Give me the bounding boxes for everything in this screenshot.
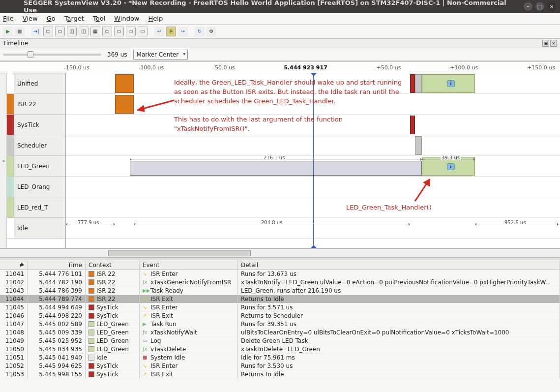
context-swatch-icon [88,330,94,335]
cell-detail: Returns to Scheduler [238,312,560,320]
col-context[interactable]: Context [86,261,140,269]
toolbar-connect-icon[interactable]: ↻ [195,27,205,36]
track-canvas[interactable]: i i 216.1 us 39.3 us 777.9 us 204.8 us 9… [66,73,560,248]
cell-detail: Delete Green LED Task [238,337,560,345]
cell-event: ƒx vTaskDelete [140,345,238,353]
event-row[interactable]: 110425.444 782 190ISR 22ƒx xTaskGenericN… [0,278,560,287]
timeline-h-scrollbar[interactable] [0,248,560,257]
toolbar-back-icon[interactable]: ↩ [154,27,164,36]
cell-time: 5.444 998 220 [28,312,86,320]
event-row[interactable]: 110475.445 002 589LED_Green▶ Task RunRun… [0,320,560,329]
track-label-row[interactable]: SysTick [7,115,65,135]
track-name-label: ISR 22 [14,94,65,114]
context-swatch-icon [88,271,94,277]
track-label-row[interactable]: LED_red_T [7,197,65,218]
col-detail[interactable]: Detail [238,261,560,269]
event-row[interactable]: 110455.444 994 649SysTick↘ ISR EnterRuns… [0,303,560,312]
track-name-label: Idle [14,218,65,238]
cell-event: ƒx xTaskNotifyWait [140,329,238,336]
track-label-row[interactable]: LED_Orang [7,177,65,197]
context-swatch-icon [88,313,94,319]
timeline-panel-header: Timeline ▣ × [0,38,560,48]
event-row[interactable]: 110535.445 998 155SysTick↗ ISR ExitRetur… [0,370,560,379]
menu-window[interactable]: Window [114,15,139,22]
track-label-row[interactable]: Scheduler [7,135,65,156]
track-color-swatch [7,156,14,176]
cell-time: 5.445 041 940 [28,354,86,362]
track-name-label: Scheduler [14,135,65,155]
event-row[interactable]: 110445.444 789 774ISR 22↗ ISR ExitReturn… [0,295,560,303]
cell-event: ↗ ISR Exit [140,312,238,320]
toolbar-view-heap-icon[interactable]: ▭ [114,27,124,36]
toolbar-play-icon[interactable]: ▶ [3,27,13,36]
event-row[interactable]: 110465.444 998 220SysTick↗ ISR ExitRetur… [0,312,560,320]
toolbar-view-runtime-icon[interactable]: ▭ [102,27,112,36]
track-label-row[interactable]: Unified [7,73,65,94]
window-minimize-button[interactable]: – [524,2,532,11]
cell-context: ISR 22 [86,270,140,278]
menu-view[interactable]: View [23,15,38,22]
col-time[interactable]: Time [28,261,86,269]
track-name-label: LED_red_T [14,197,65,217]
event-type-icon: ↗ [143,296,148,302]
marker-mode-select[interactable]: Marker Center [133,50,188,60]
toolbar-view-terminal-icon[interactable]: ▭ [43,27,53,36]
menu-target[interactable]: Target [64,15,84,22]
track-label-row[interactable]: Idle [7,218,65,239]
cell-event: ↘ ISR Enter [140,270,238,278]
toolbar-stop-icon[interactable]: ■ [15,27,25,36]
ruler-tick: -150.0 us [64,64,89,71]
event-row[interactable]: 110525.445 994 625SysTick↘ ISR EnterRuns… [0,362,560,370]
cell-number: 11041 [0,270,28,278]
context-swatch-icon [88,371,94,377]
cell-event: ↘ ISR Enter [140,362,238,370]
cell-number: 11042 [0,278,28,286]
menu-tool[interactable]: Tool [93,15,105,22]
window-titlebar: SEGGER SystemView V3.20 - *New Recording… [0,0,560,13]
cell-detail: Runs for 3.571 us [238,303,560,311]
toolbar-view-sysinfo-icon[interactable]: ▭ [138,27,147,36]
menu-go[interactable]: Go [47,15,56,22]
toolbar-view-log-icon[interactable]: ▭ [126,27,136,36]
toolbar-target-icon[interactable]: ⎘ [166,27,176,36]
annotation-arrow-icon [410,172,440,206]
cell-time: 5.444 782 190 [28,278,86,286]
menu-help[interactable]: Help [148,15,163,22]
window-close-button[interactable]: × [547,2,556,11]
cell-number: 11049 [0,337,28,345]
toolbar-view-timeline-icon[interactable]: ◫ [67,27,77,36]
toolbar-goto-icon[interactable]: ➔| [31,27,41,36]
event-type-icon: ↗ [143,313,148,319]
toolbar-forward-icon[interactable]: ↪ [178,27,188,36]
zoom-slider[interactable] [3,54,101,56]
toolbar-settings-icon[interactable]: ⚙ [206,27,216,36]
event-row[interactable]: 110505.445 034 935LED_Greenƒx vTaskDelet… [0,345,560,354]
col-event[interactable]: Event [140,261,238,269]
menu-file[interactable]: File [3,15,14,22]
event-row[interactable]: 110435.444 786 399ISR 22▶▶ Task ReadyLED… [0,287,560,295]
time-ruler[interactable]: -150.0 us -100.0 us -50.0 us 5.444 923 9… [0,61,560,73]
cell-context: LED_Green [86,345,140,353]
event-type-icon: ↗ [143,371,148,377]
cell-context: ISR 22 [86,278,140,286]
panel-undock-icon[interactable]: ▣ [542,40,549,47]
context-swatch-icon [88,296,94,302]
event-row[interactable]: 110515.445 041 940Idle■ System IdleIdle … [0,354,560,362]
toolbar-view-cpu-icon[interactable]: ◫ [79,27,88,36]
timeline-panel-title: Timeline [3,40,28,47]
toolbar-view-contexts-icon[interactable]: ▦ [90,27,100,36]
track-label-row[interactable]: LED_Green [7,156,65,177]
ruler-center: 5.444 923 917 [284,64,327,71]
tracks-scroll-left[interactable]: ◂ [0,73,7,248]
event-row[interactable]: 110415.444 776 101ISR 22↘ ISR EnterRuns … [0,270,560,278]
toolbar-view-events-icon[interactable]: ▭ [55,27,65,36]
event-row[interactable]: 110495.445 025 952LED_Green▭ LogDelete G… [0,337,560,345]
events-body[interactable]: 110415.444 776 101ISR 22↘ ISR EnterRuns … [0,270,560,379]
track-label-row[interactable]: ISR 22 [7,94,65,115]
panel-close-icon[interactable]: × [550,40,557,47]
timeline-tracks[interactable]: ◂ UnifiedISR 22SysTickSchedulerLED_Green… [0,73,560,248]
window-maximize-button[interactable]: □ [535,2,544,11]
cell-detail: Returns to Idle [238,295,560,303]
event-row[interactable]: 110485.445 009 339LED_Greenƒx xTaskNotif… [0,329,560,337]
col-number[interactable]: # [0,261,28,269]
